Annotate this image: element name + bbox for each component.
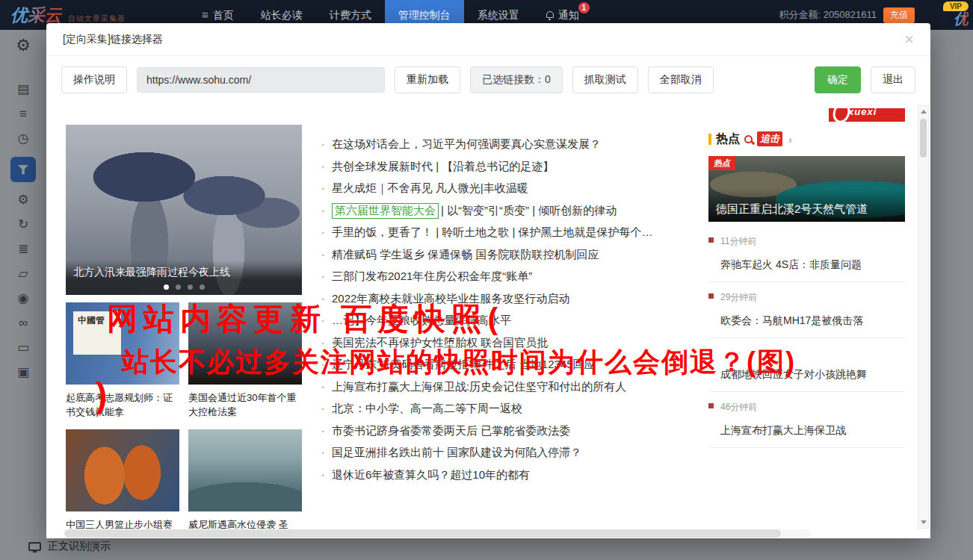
hot-item-time: 46分钟前	[720, 401, 905, 414]
hot-item-time: 29分钟前	[720, 291, 905, 304]
hot-lead-story[interactable]: 热点 德国正重启北溪2号天然气管道	[708, 156, 905, 222]
headline-link[interactable]: 退休近6年被查算久吗？超过10年的都有	[321, 464, 697, 487]
vertical-scrollbar-thumb[interactable]	[920, 119, 927, 158]
headline-link-selected[interactable]: 第六届世界智能大会 | 以“智变”引“质变” | 倾听创新的律动	[321, 200, 697, 223]
headline-link[interactable]: 三部门发布2021年住房公积金年度“账单”	[321, 266, 697, 288]
modal-header: [定向采集]链接选择器 ×	[46, 23, 930, 56]
headline-link[interactable]: 共创全球发展新时代 | 【沿着总书记的足迹】	[321, 156, 697, 178]
annotation-line-2: 站长不必过多关注网站的快照时间为什么会倒退？(图)	[122, 344, 796, 381]
carousel-caption: 北方入汛来最强降雨过程今夜上线	[73, 266, 294, 279]
carousel-dot[interactable]	[200, 284, 205, 290]
news-photo	[188, 429, 302, 511]
carousel-dots	[73, 284, 294, 290]
hot-item-time: 11分钟前	[720, 235, 905, 248]
scroll-up-button[interactable]	[918, 106, 928, 117]
confirm-button[interactable]: 确定	[815, 66, 861, 93]
hot-tag: 热点	[708, 156, 735, 170]
horizontal-scrollbar-thumb[interactable]	[64, 529, 781, 538]
photo-card[interactable]: 威尼斯遇高水位侵袭 圣	[188, 429, 302, 529]
hot-news-item[interactable]: 46分钟前 上海宣布打赢大上海保卫战	[708, 392, 905, 448]
hamburger-icon: ≡	[202, 8, 208, 21]
hot-news-item[interactable]: 11分钟前 奔驰车起火 4S店：非质量问题	[708, 226, 905, 282]
annotation-line-1: 网站内容更新 百度快照(	[107, 299, 504, 340]
screen: 优采云 自动文章采集器 ≡首页 站长必读 计费方式 管理控制台 系统设置 通知 …	[0, 0, 973, 560]
reload-button[interactable]: 重新加载	[395, 66, 460, 93]
url-input[interactable]	[137, 67, 385, 93]
cancel-all-button[interactable]: 全部取消	[648, 66, 714, 93]
modal-toolbar: 操作说明 重新加载 已选链接数：0 抓取测试 全部取消 确定 退出	[46, 56, 930, 104]
bell-icon	[546, 11, 554, 18]
notification-badge: 1	[578, 2, 590, 13]
hot-news-list: 11分钟前 奔驰车起火 4S店：非质量问题 29分钟前 欧委会：马航MH17是被…	[708, 226, 905, 448]
annotation-line-3: )	[96, 375, 107, 415]
grab-test-button[interactable]: 抓取测试	[572, 66, 638, 93]
selected-links-count[interactable]: 已选链接数：0	[470, 66, 563, 93]
help-button[interactable]: 操作说明	[61, 66, 127, 93]
hot-item-title: 欧委会：马航MH17是被俄击落	[720, 314, 863, 326]
photo-card-caption: 美国会通过近30年首个重大控枪法案	[188, 391, 302, 419]
hot-item-title: 上海宣布打赢大上海保卫战	[720, 424, 846, 436]
corner-logo-icon[interactable]: 优	[954, 11, 969, 26]
hot-topics-title-badge: 追击	[757, 131, 782, 146]
credits-amount: 积分金额: 2050821611	[779, 8, 877, 22]
accent-bar	[708, 134, 711, 145]
headline-link[interactable]: 星火成炬｜不舍再见 凡人微光|丰收温暖	[321, 178, 697, 200]
carousel-dot[interactable]	[176, 284, 181, 290]
hot-item-title: 奔驰车起火 4S店：非质量问题	[720, 258, 862, 270]
headline-link[interactable]: 手里的饭，更香了！ | 聆听土地之歌 | 保护黑土地就是保护每个…	[321, 222, 697, 244]
corner-badges: VIP 优	[943, 1, 969, 26]
photo-card-caption: 起底高考志愿规划师：证书交钱就能拿	[66, 391, 179, 419]
hot-news-item[interactable]: 29分钟前 欧委会：马航MH17是被俄击落	[708, 282, 905, 338]
exit-button[interactable]: 退出	[871, 66, 915, 93]
promo-banner-text: xuexi	[848, 108, 905, 117]
scroll-down-button[interactable]	[918, 517, 928, 528]
app-logo-subtitle: 自动文章采集器	[68, 13, 126, 24]
link-selector-modal: [定向采集]链接选择器 × 操作说明 重新加载 已选链接数：0 抓取测试 全部取…	[46, 23, 930, 538]
headline-link[interactable]: 市委书记跻身省委常委两天后 已掌舵省委政法委	[321, 420, 697, 443]
magnifier-icon	[744, 135, 753, 143]
chevron-right-icon: ›	[788, 133, 792, 146]
carousel-dot[interactable]	[188, 284, 193, 290]
carousel-dot[interactable]	[164, 284, 169, 290]
recharge-button[interactable]: 充值	[883, 7, 915, 23]
hot-topics-title: 热点	[716, 131, 740, 147]
selected-link-highlight[interactable]: 第六届世界智能大会	[332, 203, 439, 219]
headline-link[interactable]: 在这场对话会上，习近平为何强调要真心实意谋发展？	[321, 134, 697, 156]
horizontal-scrollbar[interactable]	[64, 529, 811, 538]
hot-lead-caption: 德国正重启北溪2号天然气管道	[708, 189, 905, 222]
headline-link[interactable]: 北京：中小学、高一高二等下周一返校	[321, 398, 697, 420]
headline-link[interactable]: 国足亚洲排名跌出前十 国家队建设为何陷入停滞？	[321, 442, 697, 464]
promo-banner[interactable]: xuexi	[829, 108, 905, 122]
photo-card[interactable]: 中国三人男篮止步小组赛	[66, 429, 179, 529]
carousel[interactable]: 北方入汛来最强降雨过程今夜上线	[66, 125, 302, 295]
hot-topics-panel: 热点 追击 › 热点 德国正重启北溪2号天然气管道 11分钟前	[708, 125, 905, 529]
close-icon[interactable]: ×	[904, 32, 914, 47]
news-photo	[66, 429, 179, 511]
modal-title: [定向采集]链接选择器	[63, 33, 163, 46]
photo-card-caption: 中国三人男篮止步小组赛	[66, 517, 179, 529]
photo-card-caption: 威尼斯遇高水位侵袭 圣	[188, 517, 302, 529]
hot-topics-header[interactable]: 热点 追击 ›	[708, 131, 905, 147]
vertical-scrollbar[interactable]	[918, 105, 929, 529]
headline-link[interactable]: 精准赋码 学生返乡 保通保畅 国务院联防联控机制回应	[321, 244, 697, 267]
